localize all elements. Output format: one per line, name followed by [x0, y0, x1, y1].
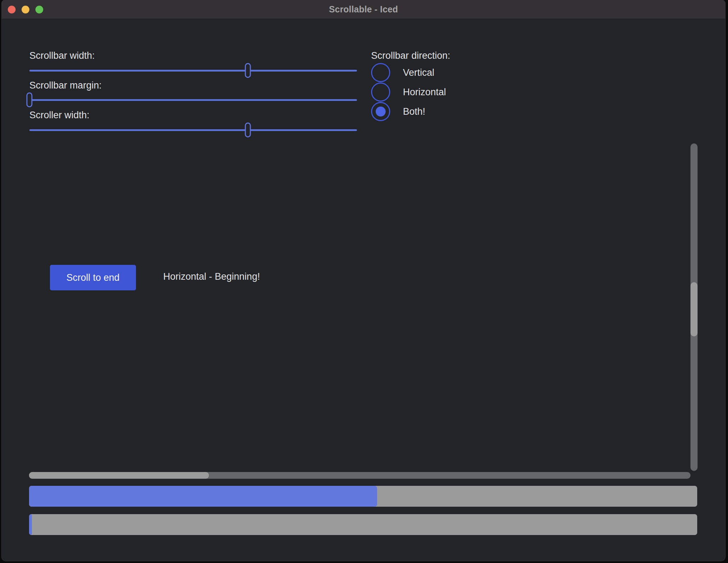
radio-option-both[interactable]: Both! — [371, 102, 425, 121]
radio-dot-icon — [376, 107, 386, 116]
radio-option-label: Horizontal — [403, 87, 446, 98]
window-title: Scrollable - Iced — [329, 4, 398, 15]
slider-label-scrollbar-width: Scrollbar width: — [29, 49, 95, 62]
radio-option-horizontal[interactable]: Horizontal — [371, 83, 446, 102]
slider-handle[interactable] — [245, 63, 251, 78]
content-area: Scrollbar width: Scrollbar margin: Scrol… — [2, 19, 725, 561]
titlebar: Scrollable - Iced — [2, 0, 725, 19]
slider-label-scroller-width: Scroller width: — [29, 109, 90, 121]
vertical-progress-bar — [29, 514, 697, 535]
radio-option-label: Both! — [403, 106, 425, 117]
slider-scrollbar-margin[interactable] — [29, 92, 357, 107]
slider-label-scrollbar-margin: Scrollbar margin: — [29, 79, 102, 92]
vertical-scrollbar[interactable] — [690, 143, 698, 471]
slider-rail — [29, 99, 357, 101]
slider-handle[interactable] — [27, 92, 33, 107]
horizontal-status-text: Horizontal - Beginning! — [163, 271, 260, 282]
slider-rail — [29, 129, 357, 131]
slider-scroller-width[interactable] — [29, 123, 357, 137]
slider-rail — [29, 70, 357, 72]
radio-circle-icon — [371, 63, 390, 82]
horizontal-progress-bar — [29, 486, 697, 507]
app-window: Scrollable - Iced Scrollbar width: Scrol… — [2, 0, 725, 561]
radio-group-label: Scrollbar direction: — [371, 49, 450, 62]
radio-circle-icon — [371, 102, 390, 121]
horizontal-progress-fill — [29, 486, 377, 507]
radio-option-label: Vertical — [403, 67, 434, 78]
minimize-button[interactable] — [22, 6, 29, 13]
slider-scrollbar-width[interactable] — [29, 63, 357, 78]
traffic-lights — [8, 6, 43, 13]
radio-circle-icon — [371, 83, 390, 102]
radio-option-vertical[interactable]: Vertical — [371, 63, 434, 82]
slider-handle[interactable] — [245, 123, 251, 137]
zoom-button[interactable] — [35, 6, 43, 13]
horizontal-scrollbar[interactable] — [29, 472, 690, 479]
vertical-progress-fill — [29, 514, 32, 535]
vertical-scroller[interactable] — [690, 282, 698, 336]
horizontal-scroller[interactable] — [29, 472, 209, 479]
close-button[interactable] — [8, 6, 16, 13]
scroll-to-end-button[interactable]: Scroll to end — [50, 265, 136, 290]
